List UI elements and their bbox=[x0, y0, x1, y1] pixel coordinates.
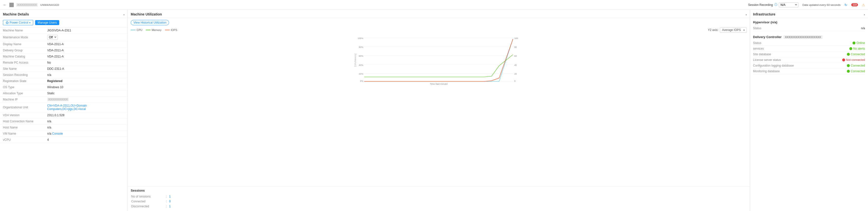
machine-detail-row: VDA Version2311.0.1.528 bbox=[0, 112, 128, 118]
session-row: No of sessions:1 bbox=[131, 194, 746, 199]
y2-dropdown[interactable]: Average IOPS Average IOPS Disk Latency bbox=[720, 27, 747, 33]
back-button[interactable]: ← bbox=[3, 3, 7, 7]
sessions-table: No of sessions:1Connected:0Disconnected:… bbox=[131, 194, 747, 209]
session-row-colon: : bbox=[166, 199, 168, 204]
delivery-controller-label: Delivery Controller bbox=[753, 35, 781, 39]
machine-details-header: Machine Details bbox=[0, 10, 128, 18]
dc-row-value: No alerts bbox=[849, 47, 865, 50]
machine-detail-row: Allocation TypeStatic bbox=[0, 90, 128, 96]
detail-row-label: Host Name bbox=[0, 124, 44, 131]
detail-row-value: n/a bbox=[44, 124, 128, 131]
detail-row-value: VDA-2311-A bbox=[44, 41, 128, 48]
iops-legend-dot bbox=[165, 30, 170, 30]
chart-controls: CPU Memory IOPS Y2 axis: Average IOPS bbox=[128, 26, 750, 34]
dc-row: License server statusNot connected bbox=[753, 57, 865, 63]
y2-axis-control: Y2 axis: Average IOPS Average IOPS Disk … bbox=[708, 27, 747, 33]
detail-row-value: n/a bbox=[44, 118, 128, 124]
power-icon: ⏻ bbox=[6, 21, 9, 24]
detail-row-value: Windows 10 bbox=[44, 84, 128, 90]
power-control-label: Power Control bbox=[9, 21, 28, 24]
hypervisor-status-row: Status n/a bbox=[753, 26, 865, 31]
dc-row: Configuration logging databaseConnected bbox=[753, 63, 865, 68]
detail-row-label: Display Name bbox=[0, 41, 44, 48]
session-row-label: No of sessions bbox=[131, 194, 166, 199]
status-dot-icon bbox=[842, 58, 845, 61]
maintenance-mode-select[interactable]: OffOn bbox=[47, 35, 58, 40]
hypervisor-status-label: Status bbox=[753, 27, 802, 30]
infra-title: Infrastructure bbox=[753, 12, 775, 16]
machine-details-collapse-icon[interactable] bbox=[123, 12, 125, 16]
alert-badge[interactable]: 110 bbox=[851, 3, 858, 6]
manage-users-button[interactable]: Manage Users bbox=[35, 20, 59, 25]
dc-row: StatusOnline bbox=[753, 40, 865, 46]
session-row-value[interactable]: 1 bbox=[169, 204, 746, 209]
detail-row-label: VM Name bbox=[0, 131, 44, 137]
y2-select-button[interactable]: Average IOPS bbox=[720, 27, 747, 33]
svg-text:80%: 80% bbox=[359, 46, 363, 49]
console-link[interactable]: Console bbox=[52, 132, 63, 135]
svg-text:60%: 60% bbox=[359, 55, 363, 57]
detail-row-label: Host Connection Name bbox=[0, 118, 44, 124]
dc-row-status-text: No alerts bbox=[853, 47, 865, 50]
hypervisor-title: Hypervisor (n/a) bbox=[753, 20, 865, 24]
detail-row-label: VDA Version bbox=[0, 112, 44, 118]
machine-detail-row: OS TypeWindows 10 bbox=[0, 84, 128, 90]
dc-row-status-text: Not connected bbox=[846, 58, 865, 62]
refresh-icon[interactable]: ↻ bbox=[844, 3, 847, 7]
dc-row: Site databaseConnected bbox=[753, 52, 865, 57]
infra-collapse-icon[interactable] bbox=[864, 12, 865, 16]
detail-row-value: 2311.0.1.528 bbox=[44, 112, 128, 118]
detail-row-value: OffOn bbox=[44, 34, 128, 41]
session-recording-control: Session Recording ⓘ N/A bbox=[748, 2, 799, 7]
session-row-value[interactable]: 0 bbox=[169, 199, 746, 204]
dc-row-value: Connected bbox=[847, 69, 865, 73]
machine-detail-row: Machine CatalogVDA-2311-A bbox=[0, 54, 128, 60]
ou-link[interactable]: CN=VDA-A-2311,OU=Domain Computers,DC=jig… bbox=[47, 104, 87, 111]
machine-util-header: Machine Utilization bbox=[128, 10, 750, 18]
machine-detail-row: Machine IPXXXXXXXXXX bbox=[0, 96, 128, 103]
y2-axis-label: Y2 axis: bbox=[708, 28, 718, 32]
header-right: Session Recording ⓘ N/A Data updated eve… bbox=[748, 2, 865, 7]
info-icon[interactable]: ⓘ bbox=[774, 3, 777, 7]
legend-memory: Memory bbox=[146, 29, 161, 31]
svg-text:20: 20 bbox=[514, 73, 517, 75]
machine-detail-row: Machine NameJIGS\VDA-A-2311 bbox=[0, 28, 128, 34]
detail-row-label: OS Type bbox=[0, 84, 44, 90]
legend-iops: IOPS bbox=[165, 29, 177, 31]
dc-row: Monitoring databaseConnected bbox=[753, 68, 865, 74]
hypervisor-status-value: n/a bbox=[861, 27, 865, 30]
sessions-panel: Sessions No of sessions:1Connected:0Disc… bbox=[128, 186, 750, 211]
blurred-value: XXXXXXXXXX bbox=[47, 98, 69, 101]
machine-details-table: Machine NameJIGS\VDA-A-2311Maintenance M… bbox=[0, 28, 128, 143]
machine-detail-row: Display NameVDA-2311-A bbox=[0, 41, 128, 48]
detail-row-value: CN=VDA-A-2311,OU=Domain Computers,DC=jig… bbox=[44, 103, 128, 112]
delivery-controller-name: XXXXXXXXXXXXXXXXXXXX bbox=[783, 35, 823, 39]
machine-util-title: Machine Utilization bbox=[131, 12, 162, 16]
machine-util-collapse-icon[interactable] bbox=[746, 12, 747, 16]
infra-content: Hypervisor (n/a) Status n/a Delivery Con… bbox=[750, 18, 868, 211]
detail-row-value: Static bbox=[44, 90, 128, 96]
machine-icon bbox=[9, 3, 14, 7]
detail-row-value: XXXXXXXXXX bbox=[44, 96, 128, 103]
view-historical-button[interactable]: View Historical Utilization bbox=[131, 20, 169, 25]
session-row-label: Connected bbox=[131, 199, 166, 204]
dc-row-label: License server status bbox=[753, 58, 802, 62]
detail-row-value: n/a bbox=[44, 72, 128, 78]
dc-row-status-text: Connected bbox=[851, 53, 865, 56]
machine-detail-row: Remote PC AccessNo bbox=[0, 60, 128, 66]
machine-details-content: Machine NameJIGS\VDA-A-2311Maintenance M… bbox=[0, 28, 128, 211]
session-row-value[interactable]: 1 bbox=[169, 194, 746, 199]
machine-detail-row: vCPU4 bbox=[0, 137, 128, 143]
detail-row-value: JIGS\VDA-A-2311 bbox=[44, 28, 128, 34]
unmanaged-badge: UNMANAGED bbox=[40, 3, 59, 6]
delivery-controller-title: Delivery Controller XXXXXXXXXXXXXXXXXXXX bbox=[753, 35, 865, 39]
session-recording-select[interactable]: N/A bbox=[779, 2, 799, 7]
svg-text:40%: 40% bbox=[359, 64, 363, 66]
dc-row-status-text: Connected bbox=[851, 69, 865, 73]
detail-row-label: Remote PC Access bbox=[0, 60, 44, 66]
main-layout: Machine Details ⏻ Power Control Manage U… bbox=[0, 10, 868, 211]
svg-text:40: 40 bbox=[514, 64, 517, 66]
power-control-button[interactable]: ⏻ Power Control bbox=[3, 20, 33, 25]
detail-row-value: VDA-2311-A bbox=[44, 54, 128, 60]
session-row-colon: : bbox=[166, 204, 168, 209]
